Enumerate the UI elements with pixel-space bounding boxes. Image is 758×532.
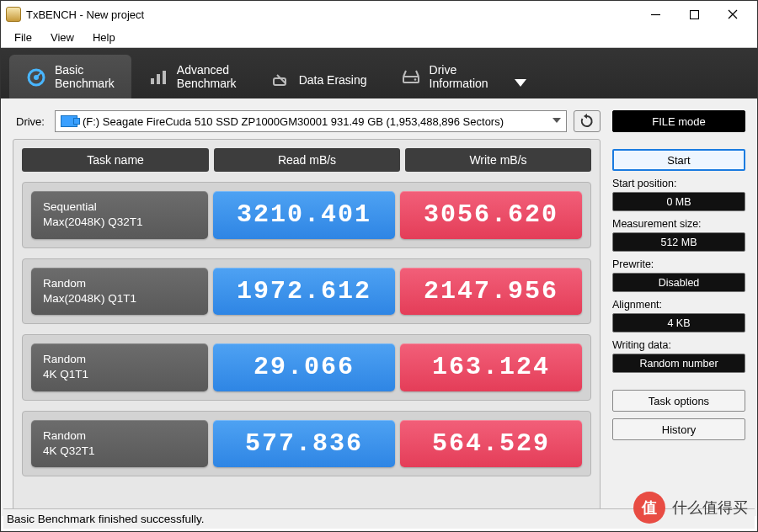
- tab-label: Basic: [55, 63, 115, 77]
- tab-data-erasing[interactable]: Data Erasing: [254, 61, 384, 98]
- menu-file[interactable]: File: [6, 29, 40, 46]
- svg-rect-8: [157, 74, 160, 84]
- watermark-text: 什么值得买: [672, 497, 748, 518]
- measurement-size-value[interactable]: 512 MB: [612, 232, 745, 252]
- tab-advanced-benchmark[interactable]: AdvancedBenchmark: [131, 55, 254, 98]
- tab-label: Benchmark: [55, 77, 115, 90]
- side-panel: FILE mode Start Start position:0 MB Meas…: [612, 110, 745, 516]
- result-row: RandomMax(2048K) Q1T1 1972.612 2147.956: [22, 258, 591, 324]
- chevron-down-icon: [552, 118, 561, 123]
- refresh-icon: [579, 114, 595, 129]
- maximize-button[interactable]: [675, 3, 713, 26]
- write-value[interactable]: 163.124: [400, 343, 582, 391]
- result-row: Random4K Q32T1 577.836 564.529: [22, 411, 591, 476]
- write-value[interactable]: 2147.956: [400, 268, 582, 315]
- file-mode-button[interactable]: FILE mode: [612, 110, 745, 132]
- menu-view[interactable]: View: [42, 29, 83, 46]
- writing-data-value[interactable]: Random number: [612, 354, 745, 373]
- start-position-label: Start position:: [612, 178, 745, 189]
- tab-drive-information[interactable]: DriveInformation: [384, 55, 505, 98]
- watermark-badge: 值: [633, 492, 665, 524]
- start-position-value[interactable]: 0 MB: [612, 192, 745, 211]
- header-task: Task name: [22, 148, 209, 172]
- measurement-size-label: Measurement size:: [612, 218, 745, 230]
- close-button[interactable]: [713, 3, 752, 26]
- drive-select-text: (F:) Seagate FireCuda 510 SSD ZP1000GM30…: [83, 115, 504, 128]
- task-cell[interactable]: SequentialMax(2048K) Q32T1: [31, 191, 208, 238]
- window-title: TxBENCH - New project: [26, 8, 636, 21]
- bars-icon: [148, 66, 168, 87]
- tab-overflow-button[interactable]: [505, 68, 536, 98]
- alignment-label: Alignment:: [612, 299, 745, 311]
- menu-help[interactable]: Help: [84, 29, 124, 46]
- tab-label: Data Erasing: [299, 73, 367, 87]
- write-value[interactable]: 564.529: [400, 420, 582, 467]
- svg-rect-1: [690, 10, 698, 19]
- minimize-button[interactable]: [636, 3, 675, 26]
- window-titlebar: TxBENCH - New project: [1, 1, 757, 28]
- svg-line-15: [416, 71, 419, 77]
- prewrite-label: Prewrite:: [612, 258, 745, 270]
- menubar: File View Help: [1, 28, 757, 48]
- svg-point-13: [414, 78, 416, 81]
- history-button[interactable]: History: [612, 418, 745, 440]
- refresh-button[interactable]: [574, 110, 601, 132]
- header-read: Read mB/s: [214, 148, 400, 172]
- erase-icon: [270, 70, 291, 90]
- task-options-button[interactable]: Task options: [612, 390, 745, 412]
- results-header: Task name Read mB/s Write mB/s: [22, 148, 591, 172]
- prewrite-value[interactable]: Disabled: [612, 273, 745, 292]
- task-cell[interactable]: RandomMax(2048K) Q1T1: [31, 268, 208, 315]
- results-panel: Task name Read mB/s Write mB/s Sequentia…: [13, 139, 601, 516]
- result-row: SequentialMax(2048K) Q32T1 3210.401 3056…: [22, 182, 591, 247]
- task-cell[interactable]: Random4K Q1T1: [31, 343, 208, 391]
- tab-label: Information: [430, 77, 488, 90]
- task-cell[interactable]: Random4K Q32T1: [31, 420, 208, 467]
- app-icon: [6, 7, 21, 22]
- triangle-down-icon: [515, 77, 526, 90]
- tab-label: Advanced: [177, 63, 237, 77]
- tab-label: Benchmark: [177, 77, 237, 90]
- writing-data-label: Writing data:: [612, 339, 745, 351]
- svg-line-6: [36, 72, 41, 77]
- gauge-icon: [26, 66, 46, 87]
- disk-icon: [61, 115, 77, 127]
- header-write: Write mB/s: [405, 148, 591, 172]
- result-row: Random4K Q1T1 29.066 163.124: [22, 334, 591, 400]
- read-value[interactable]: 1972.612: [213, 268, 395, 315]
- write-value[interactable]: 3056.620: [400, 191, 582, 238]
- read-value[interactable]: 29.066: [213, 343, 395, 391]
- drive-select[interactable]: (F:) Seagate FireCuda 510 SSD ZP1000GM30…: [55, 110, 567, 132]
- svg-line-14: [403, 71, 406, 77]
- svg-rect-9: [163, 71, 166, 84]
- read-value[interactable]: 577.836: [213, 420, 395, 467]
- drive-icon: [401, 66, 421, 87]
- read-value[interactable]: 3210.401: [213, 191, 395, 238]
- svg-rect-7: [151, 78, 154, 84]
- svg-marker-17: [584, 114, 587, 119]
- start-button[interactable]: Start: [612, 149, 745, 171]
- watermark: 值 什么值得买: [633, 492, 748, 524]
- tab-label: Drive: [430, 63, 488, 77]
- drive-label: Drive:: [13, 115, 48, 128]
- tab-basic-benchmark[interactable]: BasicBenchmark: [9, 55, 131, 98]
- svg-marker-16: [515, 79, 526, 87]
- alignment-value[interactable]: 4 KB: [612, 313, 745, 332]
- tabs-bar: BasicBenchmark AdvancedBenchmark Data Er…: [1, 48, 757, 98]
